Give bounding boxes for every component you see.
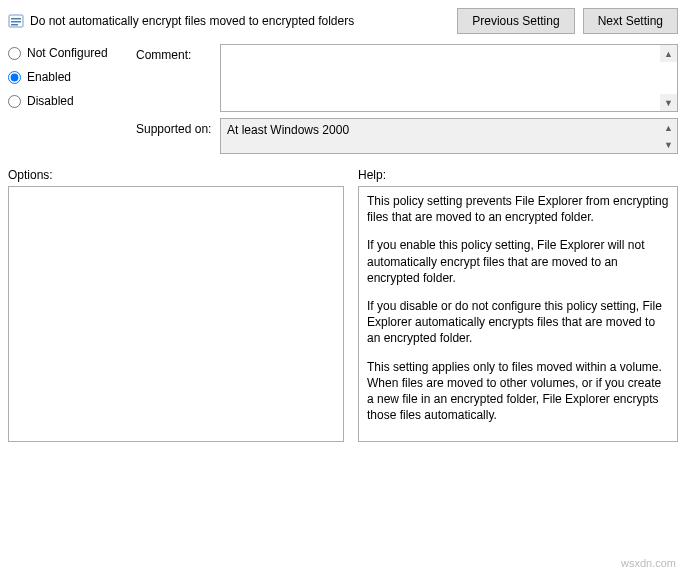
options-panel [8, 186, 344, 442]
scroll-down-icon[interactable]: ▼ [660, 94, 677, 111]
config-area: Not Configured Enabled Disabled Comment:… [8, 44, 678, 160]
help-label: Help: [358, 168, 678, 182]
watermark: wsxdn.com [621, 557, 676, 569]
help-column: Help: This policy setting prevents File … [358, 168, 678, 442]
options-column: Options: [8, 168, 344, 442]
scroll-up-icon[interactable]: ▲ [660, 45, 677, 62]
radio-enabled-label: Enabled [27, 70, 71, 84]
help-paragraph: If you enable this policy setting, File … [367, 237, 669, 286]
radio-disabled-input[interactable] [8, 95, 21, 108]
radio-group: Not Configured Enabled Disabled [8, 44, 118, 160]
radio-not-configured[interactable]: Not Configured [8, 46, 118, 60]
policy-icon [8, 13, 24, 29]
comment-row: Comment: ▲ ▼ [136, 44, 678, 112]
svg-rect-2 [11, 21, 21, 23]
options-label: Options: [8, 168, 344, 182]
header-row: Do not automatically encrypt files moved… [8, 8, 678, 34]
supported-field-wrap: At least Windows 2000 ▲ ▼ [220, 118, 678, 154]
fields-column: Comment: ▲ ▼ Supported on: At least Wind… [136, 44, 678, 160]
scroll-up-icon[interactable]: ▲ [660, 119, 677, 136]
radio-disabled-label: Disabled [27, 94, 74, 108]
supported-scrollbar[interactable]: ▲ ▼ [660, 119, 677, 153]
help-paragraph: If you disable or do not configure this … [367, 298, 669, 347]
next-setting-button[interactable]: Next Setting [583, 8, 678, 34]
supported-label: Supported on: [136, 118, 220, 136]
help-panel: This policy setting prevents File Explor… [358, 186, 678, 442]
scroll-down-icon[interactable]: ▼ [660, 136, 677, 153]
radio-enabled-input[interactable] [8, 71, 21, 84]
supported-value: At least Windows 2000 [221, 119, 660, 153]
lower-sections: Options: Help: This policy setting preve… [8, 168, 678, 442]
svg-rect-3 [11, 24, 18, 26]
help-paragraph: This setting applies only to files moved… [367, 359, 669, 424]
comment-input[interactable] [221, 45, 660, 111]
svg-rect-1 [11, 18, 21, 20]
previous-setting-button[interactable]: Previous Setting [457, 8, 574, 34]
help-paragraph: This policy setting prevents File Explor… [367, 193, 669, 225]
policy-title: Do not automatically encrypt files moved… [30, 14, 354, 28]
radio-disabled[interactable]: Disabled [8, 94, 118, 108]
radio-not-configured-input[interactable] [8, 47, 21, 60]
comment-label: Comment: [136, 44, 220, 62]
comment-scrollbar[interactable]: ▲ ▼ [660, 45, 677, 111]
supported-row: Supported on: At least Windows 2000 ▲ ▼ [136, 118, 678, 154]
nav-buttons: Previous Setting Next Setting [457, 8, 678, 34]
comment-field-wrap: ▲ ▼ [220, 44, 678, 112]
radio-not-configured-label: Not Configured [27, 46, 108, 60]
radio-enabled[interactable]: Enabled [8, 70, 118, 84]
